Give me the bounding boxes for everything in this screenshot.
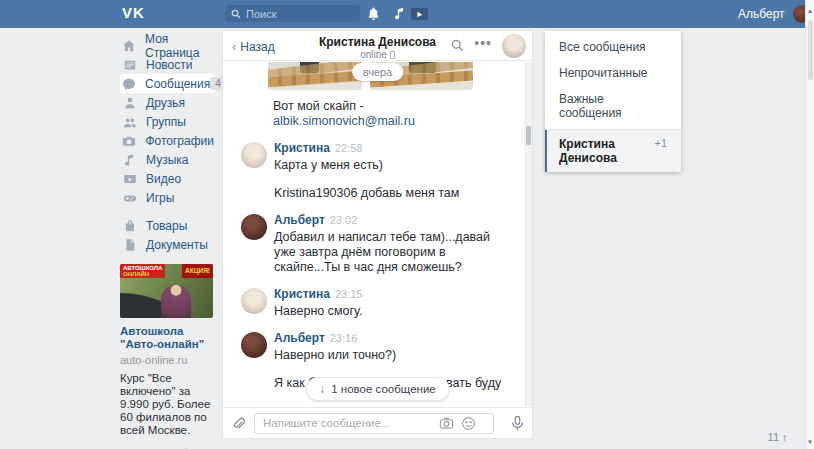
sidebar-item-friends[interactable]: Друзья: [120, 93, 216, 112]
sender-name[interactable]: Кристина: [274, 287, 330, 301]
unread-count: +1: [654, 137, 667, 165]
sender-avatar[interactable]: [241, 288, 267, 314]
dropdown-item-3[interactable]: Важные сообщения: [545, 86, 681, 126]
sidebar-item-groups[interactable]: Группы: [120, 112, 216, 131]
sidebar-item-label: Видео: [146, 172, 181, 186]
message-list: Вот мой скайп -albik.simonovich@mail.ruК…: [223, 62, 524, 406]
scroll-up-arrow[interactable]: ▲: [807, 8, 813, 14]
message-time: 23:15: [335, 288, 363, 300]
conversation-name: Кристина Денисова: [559, 137, 654, 165]
ad-image[interactable]: АВТОШКОЛА ОНЛАЙН АКЦИЯ!: [120, 264, 213, 318]
scroll-counter-badge[interactable]: 11↑: [761, 429, 794, 445]
sidebar-item-photos[interactable]: Фотографии: [120, 131, 216, 150]
sidebar-item-docs[interactable]: Документы: [120, 235, 216, 254]
home-icon: [122, 38, 136, 53]
sticky-date-label: вчера: [352, 63, 403, 81]
page-scrollbar-thumb[interactable]: [808, 20, 813, 80]
photos-icon: [122, 133, 136, 148]
scroll-down-arrow[interactable]: ▼: [807, 439, 813, 445]
attach-paperclip-icon[interactable]: [231, 416, 246, 431]
ad-person-graphic: [161, 285, 191, 318]
peer-avatar[interactable]: [502, 34, 526, 58]
dropdown-conversation-row[interactable]: Кристина Денисова +1: [545, 130, 681, 172]
emoji-smile-icon[interactable]: [461, 416, 476, 431]
sidebar-item-games[interactable]: Игры: [120, 188, 216, 207]
sidebar-item-label: Группы: [146, 115, 186, 129]
message-text: Наверно смогу.: [274, 304, 363, 319]
market-icon: [122, 218, 137, 233]
search-input[interactable]: [246, 8, 354, 20]
dropdown-item-1[interactable]: Все сообщения: [545, 34, 681, 60]
camera-icon[interactable]: [439, 416, 454, 431]
sidebar-item-label: Новости: [146, 58, 192, 72]
message-text: Kristina190306 добавь меня там: [274, 186, 459, 201]
docs-icon: [122, 237, 137, 252]
user-menu[interactable]: Альберт ▾: [738, 0, 814, 28]
email-link[interactable]: albik.simonovich@mail.ru: [273, 114, 518, 129]
ad-block[interactable]: АВТОШКОЛА ОНЛАЙН АКЦИЯ! Автошкола "Авто-…: [120, 264, 213, 437]
dialog-search-icon[interactable]: [451, 39, 464, 52]
ad-title-link[interactable]: Автошкола "Авто-онлайн": [120, 325, 213, 351]
photo-attachment[interactable]: [268, 62, 362, 90]
dropdown-item-2[interactable]: Непрочитанные: [545, 60, 681, 86]
message-text: Наверно или точно?): [274, 348, 501, 363]
sidebar-item-label: Фотографии: [145, 134, 214, 148]
notifications-bell-icon[interactable]: [366, 6, 381, 21]
chat-scrollbar-thumb[interactable]: [526, 126, 531, 145]
page-scrollbar[interactable]: ▲ ▼: [805, 0, 814, 449]
message-continuation: Вот мой скайп -albik.simonovich@mail.ru: [273, 99, 518, 129]
sidebar-item-home[interactable]: Моя Страница: [120, 36, 216, 55]
message-time: 23:16: [330, 332, 358, 344]
message-input[interactable]: [254, 413, 494, 434]
sidebar-item-news[interactable]: Новости: [120, 55, 216, 74]
top-navigation-bar: VK Альберт ▾: [0, 0, 805, 28]
sidebar-item-music[interactable]: Музыка: [120, 150, 216, 169]
arrow-up-icon: ↑: [782, 432, 787, 443]
global-search[interactable]: [225, 5, 360, 22]
search-icon: [231, 9, 241, 19]
sidebar-item-label: Сообщения: [145, 77, 210, 91]
music-note-icon[interactable]: [393, 6, 407, 21]
chat-scrollbar-track[interactable]: [524, 62, 532, 406]
news-icon: [122, 57, 137, 72]
message-text: Вот мой скайп -: [273, 99, 518, 114]
messages-filter-dropdown: Все сообщенияНепрочитанныеВажные сообщен…: [545, 31, 681, 172]
mobile-icon: [390, 51, 395, 59]
ad-banner-text: АВТОШКОЛА ОНЛАЙН: [120, 264, 165, 278]
friends-icon: [122, 95, 137, 110]
sender-avatar[interactable]: [241, 142, 267, 168]
chevron-left-icon: ‹: [232, 39, 236, 54]
user-name: Альберт: [738, 7, 785, 21]
sidebar-item-label: Документы: [146, 238, 208, 252]
ad-banner-subtitle: ОНЛАЙН: [123, 271, 162, 277]
message-time: 23:02: [330, 214, 358, 226]
video-play-icon[interactable]: [411, 8, 428, 20]
message-text: Добавил и написал тебе там)...давай уже …: [274, 230, 504, 275]
back-button[interactable]: ‹Назад: [232, 39, 275, 54]
sidebar-item-market[interactable]: Товары: [120, 216, 216, 235]
dropdown-items: Все сообщенияНепрочитанныеВажные сообщен…: [545, 34, 681, 126]
groups-icon: [122, 114, 137, 129]
sender-name[interactable]: Кристина: [274, 141, 330, 155]
sender-avatar[interactable]: [241, 332, 267, 358]
dialog-actions-icon[interactable]: •••: [474, 35, 492, 51]
online-status: online: [360, 49, 387, 60]
vk-logo[interactable]: VK: [122, 4, 145, 21]
conversation-title: Кристина Денисова online: [303, 35, 452, 60]
sender-name[interactable]: Альберт: [274, 213, 325, 227]
message-time: 22:58: [335, 142, 363, 154]
message-group: Кристина23:15Наверно смогу.: [241, 288, 518, 319]
new-message-pill[interactable]: ↓ 1 новое сообщение: [305, 377, 449, 401]
peer-name[interactable]: Кристина Денисова: [303, 35, 452, 49]
compose-bar: [223, 407, 532, 438]
ad-banner-badge: АКЦИЯ!: [182, 264, 213, 278]
sidebar-item-label: Друзья: [146, 96, 185, 110]
sender-avatar[interactable]: [241, 214, 267, 240]
sidebar-item-messages[interactable]: Сообщения4: [120, 74, 216, 93]
music-icon: [122, 152, 137, 167]
messages-icon: [122, 76, 136, 91]
sidebar-item-video[interactable]: Видео: [120, 169, 216, 188]
sender-name[interactable]: Альберт: [274, 331, 325, 345]
microphone-icon[interactable]: [511, 415, 524, 431]
conversation-panel: ‹Назад Кристина Денисова online ••• вчер…: [222, 30, 533, 439]
